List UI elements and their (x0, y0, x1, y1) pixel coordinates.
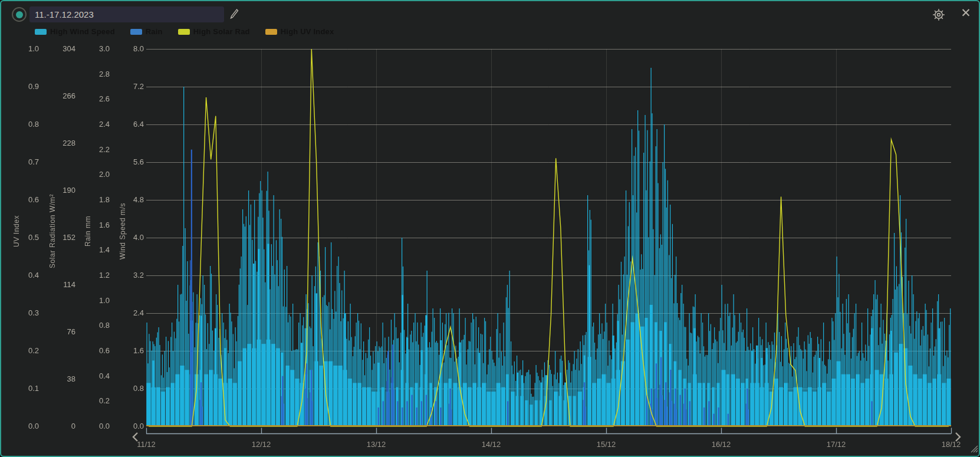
solar-axis-tick-label: 114 (48, 280, 75, 289)
legend-item-high-wind-speed[interactable]: High Wind Speed (35, 27, 115, 36)
legend-label: High UV Index (281, 27, 334, 36)
wind-axis-tick-label: 1.6 (117, 346, 144, 355)
close-icon[interactable]: ✕ (959, 6, 973, 20)
wind-axis-tick-label: 6.4 (117, 120, 144, 129)
chevron-right-icon[interactable] (953, 431, 962, 445)
uv-axis-tick-label: 0.7 (12, 157, 39, 166)
wind-axis-tick-label: 7.2 (117, 82, 144, 91)
solar-axis-tick-label: 266 (48, 91, 75, 100)
solar-axis-tick-label: 190 (48, 186, 75, 195)
date-range-input[interactable] (29, 6, 224, 22)
x-axis-label: 17/12 (827, 440, 846, 449)
rain-axis-tick-label: 0.8 (83, 321, 110, 330)
legend-swatch-icon (130, 29, 142, 35)
solar-axis-tick-label: 0 (48, 422, 75, 430)
uv-axis-tick-label: 0.8 (12, 120, 39, 129)
insights-chart-window: ✕ High Wind SpeedRainHigh Solar RadHigh … (0, 0, 980, 457)
x-axis-label: 12/12 (252, 440, 271, 449)
radio-dot-icon (16, 11, 23, 18)
uv-axis-tick-label: 0.1 (12, 384, 39, 393)
wind-axis-tick-label: 0.8 (117, 384, 144, 393)
legend: High Wind SpeedRainHigh Solar RadHigh UV… (35, 27, 334, 36)
wind-axis-tick-label: 2.4 (117, 308, 144, 317)
settings-gear-icon[interactable] (932, 8, 946, 24)
uv-axis-title: UV Index (12, 215, 21, 247)
solar-axis-tick-label: 304 (48, 44, 75, 53)
uv-axis-tick-label: 0.6 (12, 195, 39, 204)
solar-axis-tick-label: 76 (48, 327, 75, 336)
solar-axis-tick-label: 38 (48, 374, 75, 383)
solar-axis-title: Solar Radiation W/m² (48, 194, 57, 268)
legend-item-high-solar-rad[interactable]: High Solar Rad (178, 27, 250, 36)
rain-axis-tick-label: 0.6 (83, 346, 110, 355)
rain-axis-tick-label: 0.4 (83, 371, 110, 380)
wind-axis-tick-label: 3.2 (117, 271, 144, 280)
legend-label: High Wind Speed (50, 27, 115, 36)
solar-axis-tick-label: 228 (48, 139, 75, 147)
rain-axis-tick-label: 1.0 (83, 296, 110, 305)
rain-axis-tick-label: 2.8 (83, 70, 110, 78)
chart-canvas[interactable] (1, 1, 980, 457)
rain-axis-tick-label: 0.0 (83, 422, 110, 430)
rain-axis-tick-label: 1.4 (83, 245, 110, 254)
legend-swatch-icon (35, 29, 47, 35)
rain-axis-tick-label: 3.0 (83, 44, 110, 53)
x-axis-label: 16/12 (712, 440, 731, 449)
x-axis-label: 14/12 (482, 440, 501, 449)
wind-axis-tick-label: 8.0 (117, 44, 144, 53)
legend-item-rain[interactable]: Rain (130, 27, 163, 36)
edit-pencil-icon[interactable] (229, 8, 239, 22)
rain-axis-tick-label: 1.8 (83, 195, 110, 204)
uv-axis-tick-label: 0.0 (12, 422, 39, 430)
x-axis-label: 15/12 (597, 440, 616, 449)
rain-axis-tick-label: 2.0 (83, 170, 110, 179)
rain-axis-tick-label: 2.4 (83, 120, 110, 129)
chevron-left-icon[interactable] (131, 431, 140, 445)
resize-grip-icon[interactable] (969, 444, 979, 456)
wind-axis-title: Wind Speed m/s (119, 203, 127, 259)
rain-axis-tick-label: 1.2 (83, 271, 110, 280)
wind-axis-tick-label: 0.0 (117, 422, 144, 430)
uv-axis-tick-label: 1.0 (12, 44, 39, 53)
device-radio-indicator[interactable] (12, 7, 27, 22)
uv-axis-tick-label: 0.2 (12, 346, 39, 355)
legend-swatch-icon (265, 29, 277, 35)
x-axis-label: 13/12 (367, 440, 386, 449)
uv-axis-tick-label: 0.3 (12, 308, 39, 317)
rain-axis-tick-label: 0.2 (83, 396, 110, 405)
uv-axis-tick-label: 0.9 (12, 82, 39, 91)
legend-item-high-uv-index[interactable]: High UV Index (265, 27, 334, 36)
wind-axis-tick-label: 5.6 (117, 157, 144, 166)
uv-axis-tick-label: 0.4 (12, 271, 39, 280)
legend-label: Rain (146, 27, 163, 36)
rain-axis-title: Rain mm (84, 216, 92, 246)
rain-axis-tick-label: 2.6 (83, 94, 110, 103)
rain-axis-tick-label: 2.2 (83, 145, 110, 154)
legend-label: High Solar Rad (193, 27, 250, 36)
legend-swatch-icon (178, 29, 190, 35)
